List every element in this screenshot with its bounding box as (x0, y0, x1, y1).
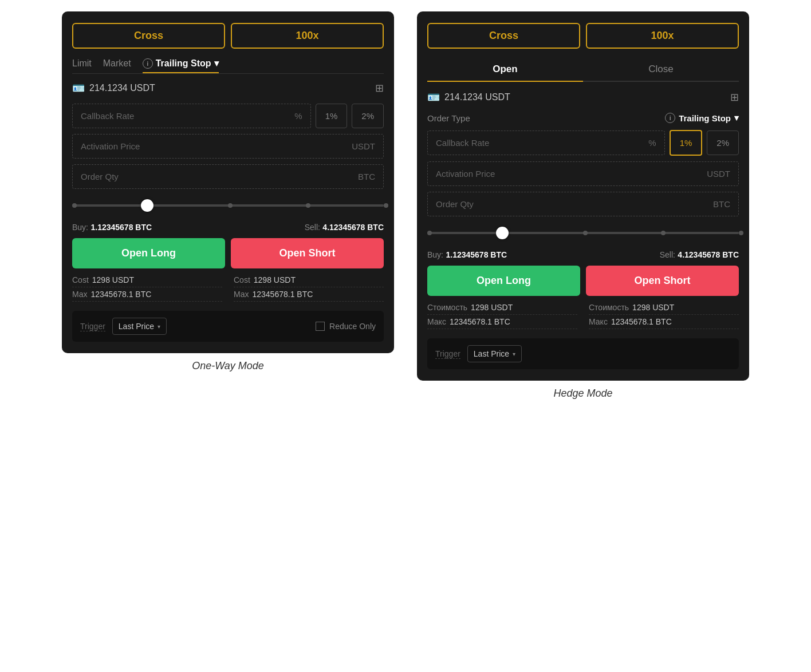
oneway-buy-label: Buy: (72, 223, 88, 232)
hedge-order-type-label: Order Type (427, 113, 470, 123)
hedge-trigger-row: Trigger Last Price ▾ (427, 338, 739, 369)
oneway-max-right-value: 12345678.1 BTC (252, 290, 313, 299)
hedge-top-buttons: Cross 100x (427, 23, 739, 49)
oneway-activation-price[interactable]: Activation Price USDT (72, 134, 384, 159)
oneway-slider[interactable] (72, 197, 384, 214)
oneway-cost-right-value: 1298 USDT (254, 275, 296, 284)
hedge-panel-wrapper: Cross 100x Open Close 🪪 214.1234 USDT ⊞ … (417, 11, 749, 400)
hedge-sell-value: 4.12345678 BTC (678, 250, 739, 259)
oneway-buy-sell-row: Buy: 1.12345678 BTC Sell: 4.12345678 BTC (72, 222, 384, 232)
oneway-panel-wrapper: Cross 100x Limit Market i Trailing Stop … (62, 11, 394, 372)
hedge-cost-max-left: Стоимость 1298 USDT Макс 12345678.1 BTC (427, 303, 577, 329)
oneway-reduce-only: Reduce Only (316, 322, 376, 331)
hedge-cost-left-label: Стоимость (427, 303, 467, 312)
hedge-trigger-value: Last Price (474, 349, 509, 358)
hedge-trigger-label: Trigger (435, 349, 460, 359)
oneway-rate-btn-1[interactable]: 1% (316, 104, 348, 128)
oneway-open-short-button[interactable]: Open Short (231, 238, 384, 268)
hedge-callback-suffix: % (648, 138, 656, 148)
hedge-cost-right-label: Стоимость (589, 303, 629, 312)
hedge-balance-row: 🪪 214.1234 USDT ⊞ (427, 91, 739, 104)
oneway-slider-dot-2 (228, 203, 233, 208)
hedge-action-buttons: Open Long Open Short (427, 266, 739, 296)
hedge-open-short-button[interactable]: Open Short (586, 266, 739, 296)
hedge-cost-max-section: Стоимость 1298 USDT Макс 12345678.1 BTC … (427, 303, 739, 329)
hedge-trigger-select[interactable]: Last Price ▾ (467, 345, 522, 362)
hedge-slider-dot-4 (739, 231, 743, 235)
oneway-slider-dot-3 (306, 203, 310, 208)
hedge-open-long-button[interactable]: Open Long (427, 266, 580, 296)
oneway-slider-dot-1 (72, 203, 77, 208)
hedge-callback-input[interactable]: Callback Rate % (427, 131, 665, 155)
hedge-trailing-stop-btn[interactable]: i Trailing Stop ▾ (665, 113, 739, 123)
oneway-cross-button[interactable]: Cross (72, 23, 225, 49)
oneway-callback-label: Callback Rate (81, 111, 294, 121)
hedge-sell-label: Sell: (660, 250, 675, 259)
hedge-rate-btn-1[interactable]: 1% (670, 130, 703, 156)
oneway-rate-btn-2[interactable]: 2% (352, 104, 384, 128)
hedge-callback-label: Callback Rate (436, 138, 648, 148)
oneway-balance-value: 214.1234 USDT (89, 83, 155, 93)
oneway-buy-info: Buy: 1.12345678 BTC (72, 222, 152, 232)
oneway-callback-input[interactable]: Callback Rate % (72, 104, 311, 128)
oneway-trigger-row: Trigger Last Price ▾ Reduce Only (72, 311, 384, 342)
hedge-info-icon[interactable]: i (665, 113, 675, 123)
oneway-trigger-value: Last Price (119, 322, 154, 331)
oneway-reduce-checkbox[interactable] (316, 322, 325, 331)
oneway-trigger-select[interactable]: Last Price ▾ (112, 318, 167, 335)
oneway-cost-right-label: Cost (234, 275, 250, 284)
hedge-order-type-row: Order Type i Trailing Stop ▾ (427, 113, 739, 123)
tab-limit[interactable]: Limit (72, 58, 92, 72)
oneway-leverage-button[interactable]: 100x (231, 23, 384, 49)
hedge-slider-dot-2 (583, 231, 588, 235)
hedge-qty-label: Order Qty (436, 199, 713, 209)
oneway-panel-label: One-Way Mode (192, 360, 264, 372)
hedge-trailing-label: Trailing Stop (679, 113, 731, 123)
oneway-activation-suffix: USDT (352, 141, 375, 151)
hedge-qty-suffix: BTC (713, 199, 730, 209)
hedge-rate-btn-2[interactable]: 2% (707, 131, 739, 155)
hedge-panel-label: Hedge Mode (553, 388, 612, 400)
hedge-activation-suffix: USDT (707, 169, 730, 179)
hedge-leverage-button[interactable]: 100x (586, 23, 739, 49)
oneway-calc-icon[interactable]: ⊞ (375, 82, 384, 94)
oneway-qty-label: Order Qty (81, 172, 358, 181)
hedge-slider-thumb[interactable] (496, 227, 509, 239)
hedge-tab-open[interactable]: Open (427, 58, 583, 81)
hedge-activation-label: Activation Price (436, 169, 707, 179)
oneway-slider-dot-4 (384, 203, 388, 208)
oneway-cost-right-row: Cost 1298 USDT (234, 275, 384, 287)
oneway-qty-suffix: BTC (358, 172, 375, 181)
oneway-open-long-button[interactable]: Open Long (72, 238, 225, 268)
oneway-activation-label: Activation Price (81, 141, 352, 151)
hedge-slider-track (427, 232, 739, 234)
hedge-slider-dot-3 (661, 231, 666, 235)
hedge-order-qty[interactable]: Order Qty BTC (427, 192, 739, 216)
hedge-cost-right-value: 1298 USDT (632, 303, 674, 312)
oneway-sell-label: Sell: (305, 223, 320, 232)
oneway-slider-thumb[interactable] (141, 199, 153, 212)
hedge-tab-close[interactable]: Close (583, 58, 739, 81)
hedge-max-left-label: Макс (427, 317, 446, 326)
hedge-buy-label: Buy: (427, 250, 443, 259)
hedge-cross-button[interactable]: Cross (427, 23, 580, 49)
hedge-calc-icon[interactable]: ⊞ (730, 91, 739, 104)
hedge-cost-max-right: Стоимость 1298 USDT Макс 12345678.1 BTC (589, 303, 739, 329)
trailing-info-icon[interactable]: i (143, 58, 153, 69)
tab-market[interactable]: Market (103, 58, 131, 72)
oneway-order-qty[interactable]: Order Qty BTC (72, 164, 384, 189)
oneway-top-buttons: Cross 100x (72, 23, 384, 49)
hedge-activation-price[interactable]: Activation Price USDT (427, 161, 739, 186)
oneway-balance-left: 🪪 214.1234 USDT (72, 82, 155, 94)
tab-trailing-stop[interactable]: i Trailing Stop ▾ (143, 58, 219, 73)
hedge-panel: Cross 100x Open Close 🪪 214.1234 USDT ⊞ … (417, 11, 749, 381)
hedge-cost-left-row: Стоимость 1298 USDT (427, 303, 577, 315)
hedge-slider[interactable] (427, 224, 739, 242)
oneway-trigger-chevron-icon: ▾ (158, 323, 160, 330)
hedge-slider-dot-1 (427, 231, 432, 235)
hedge-balance-left: 🪪 214.1234 USDT (427, 91, 510, 104)
hedge-sell-info: Sell: 4.12345678 BTC (660, 250, 739, 260)
hedge-cost-left-value: 1298 USDT (471, 303, 513, 312)
oneway-callback-suffix: % (294, 111, 302, 121)
oneway-balance-row: 🪪 214.1234 USDT ⊞ (72, 82, 384, 94)
